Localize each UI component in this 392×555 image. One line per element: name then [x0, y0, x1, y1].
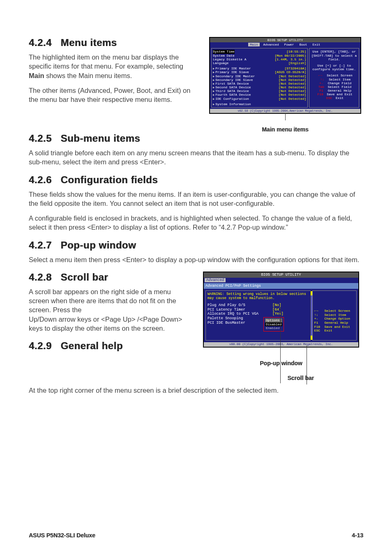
para-426-2: A configurable field is enclosed in brac…	[29, 214, 363, 232]
bios1-tab-boot: Boot	[297, 43, 309, 46]
bios1-help-1: Use [ENTER], [TAB], or [SHIFT-TAB] to se…	[311, 50, 357, 61]
bios-popup-screenshot: BIOS SETUP UTILITY Advanced Advanced PCI…	[203, 272, 359, 348]
bios2-subheader: Advanced PCI/PnP Settings	[204, 283, 358, 289]
bios1-key-help: ←→ Select Screen↑↓ Select Item+- Change …	[311, 74, 357, 100]
bios1-tab-main: Main	[248, 43, 259, 46]
heading-425: 4.2.5 Sub-menu items	[29, 133, 363, 144]
footer-right: 4-13	[352, 532, 363, 539]
para-424-1: The highlighted item on the menu bar dis…	[29, 53, 199, 80]
bios2-title: BIOS SETUP UTILITY	[204, 272, 358, 278]
bios2-right-pane: ←→ Select Screen↑↓ Select Item+- Change …	[312, 290, 357, 341]
bios1-left-pane: System Time[10:55:25]System Date[Mon 09/…	[211, 48, 308, 108]
para-428-1: A scroll bar appears on the right side o…	[29, 287, 191, 315]
heading-428: 4.2.8 Scroll bar	[29, 272, 191, 283]
heading-426: 4.2.6 Configuration fields	[29, 174, 363, 186]
page-content: 4.2.4 Menu items The highlighted item on…	[29, 37, 363, 395]
para-426-1: These fields show the values for the men…	[29, 190, 363, 208]
heading-424: 4.2.4 Menu items	[29, 37, 199, 48]
footer-left: ASUS P5N32-SLI Deluxe	[29, 532, 95, 539]
bios2-tabs: Advanced	[204, 278, 358, 283]
bios1-tab-advanced: Advanced	[261, 43, 280, 46]
bios1-footer: v02.58 (C)Copyright 1985-2004,American M…	[210, 109, 360, 113]
page-footer: ASUS P5N32-SLI Deluxe 4-13	[29, 532, 363, 539]
bios1-right-pane: Use [ENTER], [TAB], or [SHIFT-TAB] to se…	[309, 48, 359, 108]
bios2-footer: v00.00 (C)Copyright 1985-2003, American …	[204, 342, 358, 347]
heading-427: 4.2.7 Pop-up window	[29, 240, 363, 251]
heading-429: 4.2.9 General help	[29, 340, 191, 352]
caption-main-items: Main menu items	[207, 126, 363, 133]
para-429-1: At the top right corner of the menu scre…	[29, 386, 363, 395]
para-428-2: Up/Down arrow keys or <Page Up> /<Page D…	[29, 315, 191, 333]
bios1-tabs: Main Advanced Power Boot Exit	[210, 42, 360, 47]
para-425-1: A solid triangle before each item on any…	[29, 148, 363, 167]
callout-line-scrollbar	[307, 345, 307, 385]
caption-scrollbar: Scroll bar	[287, 375, 314, 381]
bios1-tab-exit: Exit	[311, 43, 322, 46]
bios2-popup: Options Disabled Enabled	[263, 317, 284, 332]
bios1-help-2: Use [+] or [-] to configure system time.	[311, 64, 357, 71]
bios1-title: BIOS SETUP UTILITY	[210, 38, 360, 42]
bios2-tab-advanced: Advanced	[205, 278, 226, 282]
para-424-2: The other items (Advanced, Power, Boot, …	[29, 86, 199, 104]
bios1-tab-power: Power	[283, 43, 296, 46]
caption-popup: Pop-up window	[199, 360, 363, 366]
bios2-left-pane: WARNING: Setting wrong values in below s…	[205, 290, 311, 341]
para-427-1: Select a menu item then press <Enter> to…	[29, 255, 363, 264]
callout-line-popup	[280, 307, 281, 383]
bios-main-screenshot: BIOS SETUP UTILITY Main Advanced Power B…	[209, 37, 361, 114]
bios2-warning: WARNING: Setting wrong values in below s…	[208, 292, 309, 301]
bios2-key-help: ←→ Select Screen↑↓ Select Item+- Change …	[314, 309, 355, 333]
